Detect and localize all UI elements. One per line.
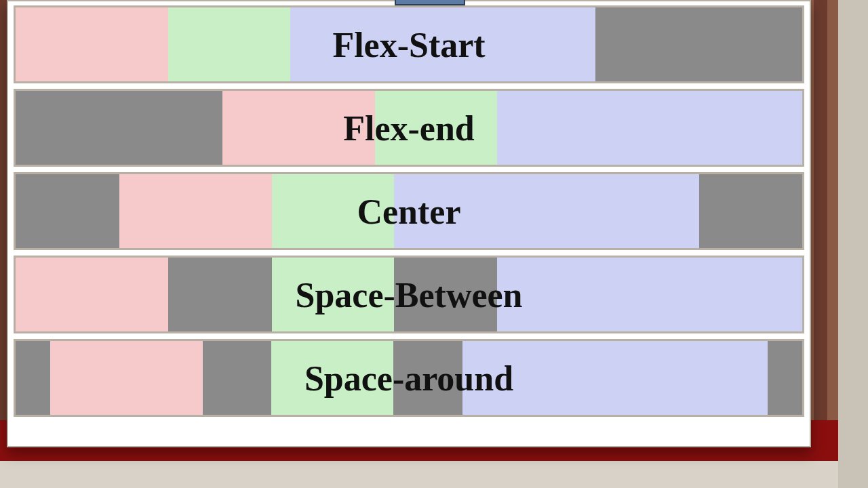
flex-item-2 [168,7,290,81]
row-flex-start: Flex-Start [14,5,804,83]
diagram-card: Flex-Start Flex-end Center Space-Between… [7,0,811,447]
flex-item-3 [497,91,802,165]
flex-item-3 [290,7,595,81]
browser-tab-stub [395,0,465,5]
row-space-around: Space-around [14,339,804,417]
flex-item-1 [16,7,168,81]
flex-item-1 [16,258,168,331]
flex-item-1 [50,341,203,415]
flex-item-1 [222,91,375,165]
flex-item-2 [272,258,394,331]
flex-diagram: Flex-Start Flex-end Center Space-Between… [14,5,804,417]
flex-item-1 [119,174,272,248]
slide-bottom-strip [0,461,868,488]
flex-item-3 [394,174,699,248]
flex-item-2 [272,174,394,248]
flex-item-3 [462,341,768,415]
flex-item-2 [271,341,393,415]
flex-item-2 [375,91,497,165]
row-center: Center [14,172,804,250]
slide-right-edge [838,0,868,488]
row-space-between: Space-Between [14,256,804,333]
row-flex-end: Flex-end [14,89,804,167]
flex-item-3 [497,258,802,331]
